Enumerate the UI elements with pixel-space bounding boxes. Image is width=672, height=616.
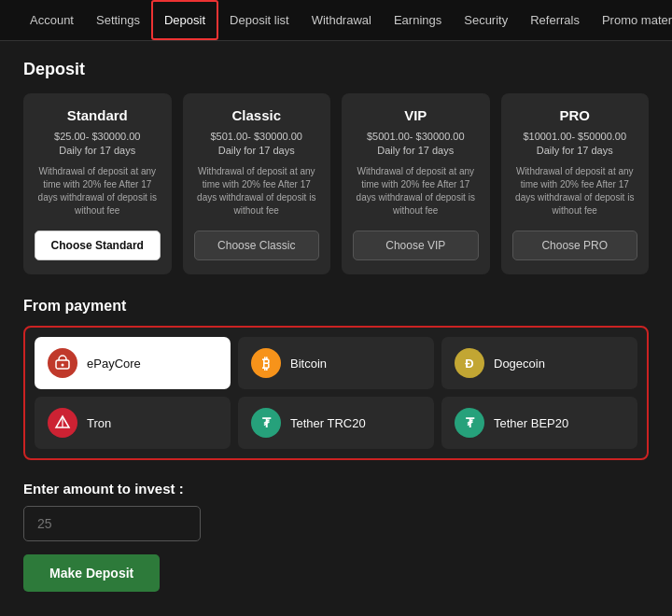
payment-dogecoin[interactable]: Ð Dogecoin	[441, 337, 637, 389]
card-vip: VIP $5001.00- $30000.00 Daily for 17 day…	[342, 93, 490, 274]
card-vip-period: Daily for 17 days	[377, 145, 454, 156]
payment-grid: ePayCore ₿ Bitcoin Ð Dogecoin Tron ₮ Tet…	[23, 326, 649, 460]
nav-item-promo[interactable]: Promo materials	[591, 2, 672, 38]
choose-standard-button[interactable]: Choose Standard	[35, 231, 161, 260]
epaycore-icon	[48, 348, 77, 378]
card-classic: Classic $501.00- $30000.00 Daily for 17 …	[183, 93, 331, 274]
amount-label: Enter amount to invest :	[23, 481, 649, 497]
card-classic-period: Daily for 17 days	[218, 145, 295, 156]
card-standard-range: $25.00- $30000.00	[54, 131, 140, 142]
card-pro: PRO $10001.00- $50000.00 Daily for 17 da…	[501, 93, 650, 274]
payment-tether-bep20[interactable]: ₮ Tether BEP20	[441, 397, 637, 449]
card-pro-range: $10001.00- $50000.00	[523, 131, 626, 142]
payment-bitcoin[interactable]: ₿ Bitcoin	[238, 337, 434, 389]
payment-section-title: From payment	[23, 298, 649, 315]
card-classic-desc: Withdrawal of deposit at any time with 2…	[194, 165, 320, 217]
tether-bep20-icon: ₮	[455, 408, 484, 438]
tether-trc20-label: Tether TRC20	[290, 416, 366, 430]
navigation: Account Settings Deposit Deposit list Wi…	[0, 0, 672, 41]
bitcoin-label: Bitcoin	[290, 357, 327, 371]
nav-item-withdrawal[interactable]: Withdrawal	[301, 2, 383, 38]
tether-bep20-label: Tether BEP20	[494, 416, 568, 430]
choose-classic-button[interactable]: Choose Classic	[194, 231, 320, 260]
choose-vip-button[interactable]: Choose VIP	[353, 231, 479, 260]
epaycore-label: ePayCore	[87, 357, 141, 371]
deposit-cards: Standard $25.00- $30000.00 Daily for 17 …	[23, 93, 649, 274]
tron-icon	[48, 408, 77, 438]
payment-tron[interactable]: Tron	[35, 397, 231, 449]
card-standard-desc: Withdrawal of deposit at any time with 2…	[35, 165, 161, 217]
dogecoin-icon: Ð	[455, 348, 484, 378]
make-deposit-button[interactable]: Make Deposit	[23, 554, 160, 592]
deposit-section-title: Deposit	[23, 60, 649, 79]
card-pro-title: PRO	[559, 107, 590, 123]
tether-trc20-icon: ₮	[251, 408, 281, 438]
nav-item-security[interactable]: Security	[453, 2, 519, 38]
nav-item-settings[interactable]: Settings	[85, 2, 151, 38]
card-standard-period: Daily for 17 days	[59, 145, 135, 156]
card-vip-desc: Withdrawal of deposit at any time with 2…	[353, 165, 479, 217]
nav-item-earnings[interactable]: Earnings	[383, 2, 453, 38]
nav-item-referrals[interactable]: Referrals	[519, 2, 591, 38]
card-pro-period: Daily for 17 days	[537, 145, 613, 156]
payment-tether-trc20[interactable]: ₮ Tether TRC20	[238, 397, 434, 449]
nav-item-account[interactable]: Account	[19, 2, 85, 38]
tron-label: Tron	[87, 416, 111, 430]
card-standard: Standard $25.00- $30000.00 Daily for 17 …	[23, 93, 172, 274]
card-classic-range: $501.00- $30000.00	[211, 131, 302, 142]
card-pro-desc: Withdrawal of deposit at any time with 2…	[512, 165, 638, 217]
main-content: Deposit Standard $25.00- $30000.00 Daily…	[0, 41, 672, 610]
card-standard-title: Standard	[67, 107, 128, 123]
card-vip-range: $5001.00- $30000.00	[367, 131, 465, 142]
choose-pro-button[interactable]: Choose PRO	[512, 231, 638, 260]
nav-item-deposit-list[interactable]: Deposit list	[218, 2, 301, 38]
amount-input[interactable]	[23, 506, 201, 541]
nav-item-deposit[interactable]: Deposit	[151, 0, 218, 40]
payment-epaycore[interactable]: ePayCore	[35, 337, 231, 389]
svg-point-1	[62, 364, 64, 367]
bitcoin-icon: ₿	[251, 348, 281, 378]
card-classic-title: Classic	[231, 107, 281, 123]
card-vip-title: VIP	[404, 107, 427, 123]
dogecoin-label: Dogecoin	[494, 357, 545, 371]
